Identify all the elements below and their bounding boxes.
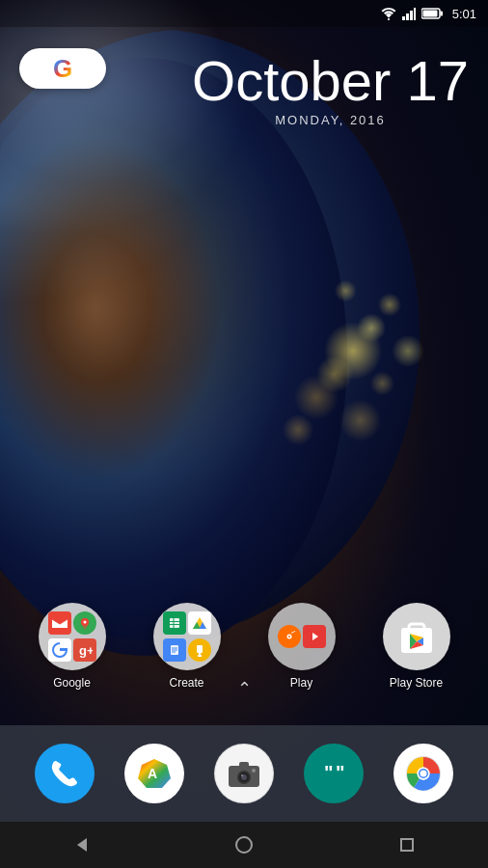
app-item-play[interactable]: Play: [268, 603, 336, 690]
duo-icon: " ": [316, 756, 351, 791]
svg-rect-54: [401, 839, 413, 851]
playmusic-mini-icon: [278, 625, 301, 648]
playstore-label: Play Store: [390, 676, 443, 690]
app-row: g+ Google: [0, 603, 488, 690]
svg-rect-2: [410, 11, 413, 20]
svg-rect-3: [414, 8, 416, 20]
google-search-bar[interactable]: G: [19, 48, 106, 89]
home-button[interactable]: [225, 826, 263, 864]
allo-icon: A: [136, 755, 173, 792]
app-item-create[interactable]: Create: [153, 603, 221, 690]
maps-mini-icon: [73, 611, 96, 635]
app-item-google[interactable]: g+ Google: [39, 603, 106, 690]
gmail-mini-icon: [48, 611, 71, 635]
create-folder-icon[interactable]: [153, 603, 221, 670]
google-folder-icon[interactable]: g+: [39, 603, 106, 670]
dock: A " ": [0, 725, 488, 822]
sheets-mini-icon: [163, 611, 186, 635]
playstore-icon[interactable]: [383, 603, 450, 670]
back-button[interactable]: [62, 826, 100, 864]
svg-text:g+: g+: [79, 643, 93, 658]
dock-camera[interactable]: [214, 744, 274, 803]
dock-duo[interactable]: " ": [304, 744, 364, 803]
google-g-logo: G: [53, 54, 72, 84]
swipe-up-indicator[interactable]: ⌃: [237, 678, 252, 699]
gplus-mini-icon: g+: [73, 638, 96, 662]
svg-text:A: A: [148, 766, 157, 781]
camera-icon: [227, 758, 261, 789]
date-number: 17: [391, 49, 469, 112]
playstore-svg: [396, 616, 437, 657]
google-pill[interactable]: G: [19, 48, 106, 89]
dock-allo[interactable]: A: [124, 744, 184, 803]
dock-phone[interactable]: [35, 744, 95, 803]
play-folder-label: Play: [290, 676, 312, 690]
create-folder-label: Create: [169, 676, 203, 690]
play-folder-icon[interactable]: [268, 603, 336, 670]
svg-rect-6: [440, 12, 443, 16]
svg-rect-22: [197, 645, 203, 653]
nav-bar: [0, 822, 488, 868]
wifi-icon: [381, 8, 396, 20]
date-month: October: [192, 49, 391, 112]
svg-point-51: [420, 771, 427, 777]
svg-point-27: [288, 636, 290, 637]
drive-mini-icon: [188, 611, 211, 635]
app-item-playstore[interactable]: Play Store: [383, 603, 450, 690]
svg-point-43: [241, 774, 243, 776]
google-folder-label: Google: [53, 676, 91, 690]
recents-button[interactable]: [388, 826, 426, 864]
svg-point-53: [236, 837, 252, 853]
google-mini-icon: [48, 638, 71, 662]
svg-rect-0: [402, 16, 405, 20]
svg-rect-10: [170, 618, 179, 628]
phone-icon: [48, 757, 81, 790]
svg-rect-39: [239, 762, 249, 768]
svg-rect-5: [422, 11, 437, 17]
svg-point-8: [83, 621, 86, 624]
status-bar: 5:01: [0, 0, 488, 27]
date-weekday: MONDAY, 2016: [192, 113, 469, 127]
svg-text:": ": [324, 762, 333, 783]
svg-point-44: [252, 769, 256, 773]
date-display: October 17 MONDAY, 2016: [192, 53, 469, 127]
keep-mini-icon: [188, 638, 211, 662]
status-icons: 5:01: [381, 7, 476, 21]
date-day: October 17: [192, 53, 469, 109]
status-time: 5:01: [452, 7, 476, 21]
svg-rect-1: [406, 14, 409, 20]
chrome-icon: [405, 755, 442, 792]
docs-mini-icon: [163, 638, 186, 662]
battery-icon: [421, 8, 443, 19]
dock-chrome[interactable]: [393, 744, 453, 803]
svg-rect-29: [293, 631, 295, 633]
playmovies-mini-icon: [303, 625, 326, 648]
svg-text:": ": [336, 762, 344, 783]
signal-icon: [402, 8, 416, 20]
svg-marker-52: [77, 838, 87, 852]
